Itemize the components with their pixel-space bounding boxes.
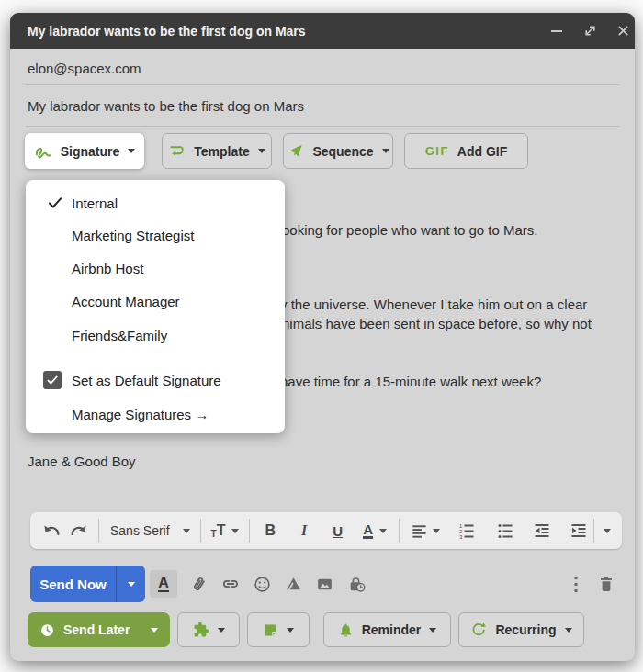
formatting-toolbar: Sans Serif TT B I U A bbox=[30, 512, 622, 549]
template-button[interactable]: Template bbox=[162, 133, 272, 169]
close-icon bbox=[617, 25, 629, 37]
insert-from-drive-button[interactable] bbox=[284, 575, 303, 594]
font-family-label: Sans Serif bbox=[110, 523, 170, 538]
chevron-down-icon bbox=[429, 628, 436, 633]
menu-item-label: Marketing Strategist bbox=[72, 228, 194, 243]
insert-link-button[interactable] bbox=[220, 574, 241, 594]
redo-button[interactable] bbox=[69, 521, 88, 541]
emoji-icon bbox=[253, 575, 272, 594]
checkmark-icon bbox=[47, 195, 63, 211]
send-now-button[interactable]: Send Now bbox=[30, 566, 145, 602]
font-size-selector[interactable]: TT bbox=[211, 522, 240, 539]
signature-button-label: Signature bbox=[61, 144, 120, 159]
body-signature-line: Jane & Good Boy bbox=[28, 454, 136, 469]
menu-item-account-manager[interactable]: Account Manager bbox=[26, 286, 285, 316]
set-default-signature-row[interactable]: Set as Default Signature bbox=[26, 365, 285, 395]
indent-icon bbox=[570, 521, 588, 540]
extension-button[interactable] bbox=[177, 612, 240, 647]
sequence-button[interactable]: Sequence bbox=[283, 133, 393, 169]
underline-button[interactable]: U bbox=[333, 523, 343, 539]
insert-emoji-button[interactable] bbox=[253, 575, 272, 594]
discard-draft-button[interactable] bbox=[596, 566, 616, 602]
attach-file-button[interactable] bbox=[189, 575, 209, 594]
align-button[interactable] bbox=[411, 522, 440, 540]
manage-signatures-link[interactable]: Manage Signatures → bbox=[26, 399, 285, 429]
minimize-button[interactable] bbox=[547, 13, 567, 49]
note-button[interactable] bbox=[247, 612, 310, 647]
recurring-button[interactable]: Recurring bbox=[458, 612, 584, 647]
bullet-list-button[interactable] bbox=[496, 521, 514, 540]
link-icon bbox=[220, 574, 241, 594]
expand-button[interactable] bbox=[580, 13, 600, 49]
text-color-button[interactable]: A bbox=[363, 522, 387, 539]
gif-icon: GIF bbox=[425, 144, 449, 158]
toolbar-divider bbox=[249, 519, 250, 543]
close-button[interactable] bbox=[613, 13, 633, 49]
text-color-icon: A bbox=[363, 522, 373, 539]
toolbar-divider bbox=[593, 519, 594, 543]
insert-image-button[interactable] bbox=[315, 575, 334, 594]
menu-item-internal[interactable]: Internal bbox=[26, 188, 285, 218]
bullet-list-icon bbox=[496, 521, 514, 540]
clock-icon bbox=[39, 622, 55, 638]
numbered-list-button[interactable]: 1 2 3 bbox=[457, 521, 476, 540]
chevron-down-icon bbox=[379, 529, 387, 533]
redo-icon bbox=[69, 521, 88, 541]
field-divider bbox=[26, 126, 619, 127]
chevron-down-icon bbox=[218, 628, 225, 633]
send-now-dropdown[interactable] bbox=[117, 582, 145, 587]
attachment-icon bbox=[189, 575, 209, 594]
chevron-down-icon bbox=[151, 628, 158, 633]
menu-item-label: Internal bbox=[72, 196, 118, 211]
italic-button[interactable]: I bbox=[301, 522, 307, 539]
send-now-label: Send Now bbox=[30, 577, 116, 592]
text-formatting-icon: A bbox=[158, 576, 169, 592]
menu-item-friends-family[interactable]: Friends&Family bbox=[26, 320, 285, 350]
reminder-button[interactable]: Reminder bbox=[323, 612, 451, 647]
outdent-button[interactable] bbox=[533, 521, 551, 540]
body-text-line: y the universe. Whenever I take him out … bbox=[280, 297, 587, 312]
puzzle-icon bbox=[193, 622, 209, 638]
bold-button[interactable]: B bbox=[265, 522, 276, 539]
confidential-icon bbox=[346, 575, 367, 594]
font-family-selector[interactable]: Sans Serif bbox=[110, 523, 190, 538]
text-formatting-button[interactable]: A bbox=[150, 570, 177, 598]
toolbar-divider bbox=[200, 519, 201, 543]
undo-button[interactable] bbox=[42, 521, 62, 541]
chevron-down-icon bbox=[287, 628, 294, 633]
chevron-down-icon bbox=[565, 628, 572, 633]
expand-icon bbox=[583, 24, 597, 38]
checkmark-icon bbox=[46, 374, 59, 386]
chevron-down-icon bbox=[128, 149, 135, 153]
chevron-down-icon bbox=[128, 582, 135, 587]
compose-options-row: A bbox=[150, 566, 367, 602]
body-text-line: ooking for people who want to go to Mars… bbox=[282, 223, 538, 238]
send-later-button[interactable]: Send Later bbox=[28, 612, 170, 647]
chevron-down-icon bbox=[231, 529, 239, 533]
signature-button[interactable]: Signature bbox=[25, 133, 144, 169]
menu-item-airbnb-host[interactable]: Airbnb Host bbox=[26, 253, 285, 283]
more-options-button[interactable] bbox=[572, 566, 580, 602]
sequence-button-label: Sequence bbox=[312, 144, 373, 159]
manage-signatures-label: Manage Signatures → bbox=[72, 407, 209, 422]
reminder-label: Reminder bbox=[362, 622, 422, 637]
add-gif-button[interactable]: GIF Add GIF bbox=[404, 133, 528, 169]
minimize-icon bbox=[551, 30, 562, 32]
confidential-mode-button[interactable] bbox=[346, 575, 367, 594]
chevron-down-icon bbox=[433, 529, 440, 533]
svg-text:3: 3 bbox=[459, 534, 463, 540]
more-formatting-button[interactable] bbox=[604, 529, 611, 533]
checkbox-checked-icon[interactable] bbox=[43, 371, 62, 389]
menu-item-label: Airbnb Host bbox=[72, 261, 143, 276]
window-title: My labrador wants to be the first dog on… bbox=[28, 24, 306, 39]
chevron-down-icon bbox=[258, 149, 265, 153]
drive-icon bbox=[284, 575, 303, 594]
subject-field[interactable]: My labrador wants to be the first dog on… bbox=[28, 98, 304, 114]
indent-button[interactable] bbox=[570, 521, 588, 540]
undo-icon bbox=[42, 521, 62, 541]
toolbar-divider bbox=[98, 519, 99, 543]
to-field[interactable]: elon@spacex.com bbox=[28, 61, 141, 76]
align-left-icon bbox=[411, 522, 428, 540]
menu-item-label: Friends&Family bbox=[72, 328, 167, 343]
menu-item-marketing-strategist[interactable]: Marketing Strategist bbox=[26, 220, 285, 250]
